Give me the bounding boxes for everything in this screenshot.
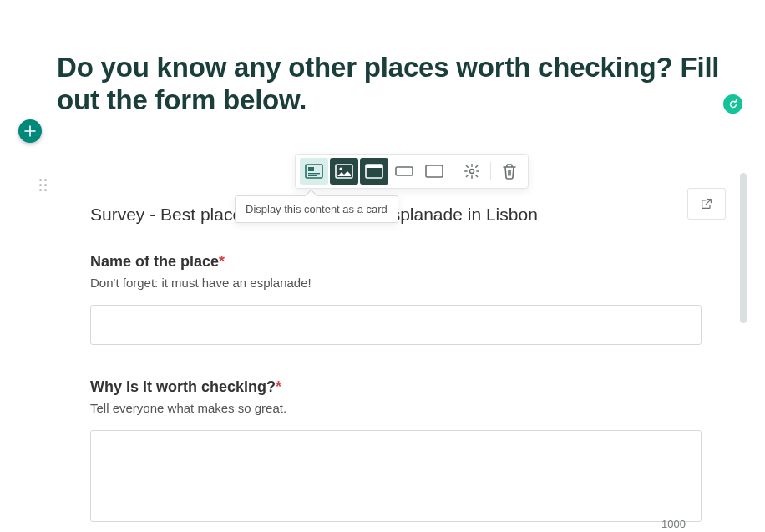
field-help: Tell everyone what makes so great. <box>90 401 711 415</box>
container-a-button[interactable] <box>390 158 418 185</box>
display-card-button[interactable] <box>300 158 328 185</box>
delete-button[interactable] <box>495 158 524 185</box>
toolbar-separator <box>490 162 491 180</box>
place-name-input[interactable] <box>90 305 702 345</box>
block-toolbar <box>295 154 529 189</box>
add-block-button[interactable] <box>18 119 42 143</box>
scrollbar[interactable] <box>740 171 747 522</box>
drag-handle[interactable] <box>38 178 48 191</box>
svg-rect-3 <box>308 175 317 176</box>
svg-rect-9 <box>426 165 443 177</box>
svg-point-10 <box>470 170 474 174</box>
container-b-button[interactable] <box>420 158 448 185</box>
svg-rect-1 <box>308 167 314 171</box>
page-title: Do you know any other places worth check… <box>57 52 725 117</box>
svg-point-5 <box>339 167 342 170</box>
survey-title: Survey - Best places for beer with an es… <box>90 205 711 225</box>
char-counter: 1000 <box>661 518 686 530</box>
tooltip-text: Display this content as a card <box>246 203 388 215</box>
required-mark: * <box>219 253 225 270</box>
field-label: Name of the place* <box>90 253 711 271</box>
svg-rect-8 <box>396 167 413 175</box>
content-panel: Survey - Best places for beer with an es… <box>57 171 744 532</box>
svg-rect-7 <box>366 165 382 168</box>
reason-textarea[interactable] <box>90 430 702 522</box>
scrollbar-thumb[interactable] <box>740 173 747 323</box>
field-label-text: Why is it worth checking? <box>90 378 276 395</box>
full-width-button[interactable] <box>360 158 388 185</box>
svg-rect-2 <box>308 173 320 174</box>
field-label-text: Name of the place <box>90 253 219 270</box>
settings-button[interactable] <box>458 158 486 185</box>
required-mark: * <box>276 378 281 395</box>
field-help: Don't forget: it must have an esplanade! <box>90 276 711 290</box>
grammarly-badge[interactable] <box>723 94 742 114</box>
tooltip: Display this content as a card <box>235 195 398 223</box>
toolbar-separator <box>453 162 453 180</box>
image-display-button[interactable] <box>330 158 358 185</box>
open-external-button[interactable] <box>687 188 726 220</box>
field-label: Why is it worth checking?* <box>90 378 711 396</box>
